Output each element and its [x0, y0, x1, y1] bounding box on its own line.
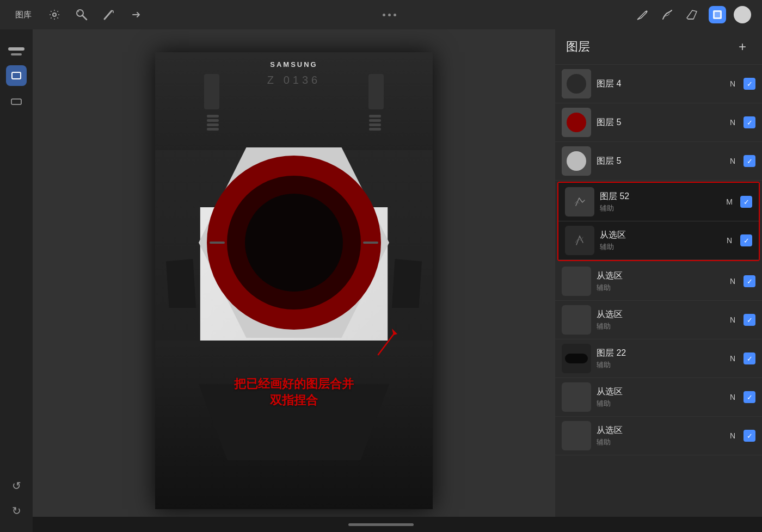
layers-add-button[interactable]: + [734, 38, 751, 55]
home-indicator[interactable] [348, 523, 414, 526]
layer-name-fromsel2: 从选区 [597, 270, 722, 282]
layer-name-fromsel5: 从选区 [597, 425, 722, 436]
layer-thumb-layer52 [565, 187, 594, 216]
layer-mode-fromsel1: N [724, 236, 735, 245]
brush-size-small [11, 53, 22, 55]
layer-item-fromsel2[interactable]: 从选区 辅助 N [555, 262, 762, 301]
layer-mode-layer5a: N [727, 118, 738, 127]
layer-mode-fromsel2: N [727, 277, 738, 286]
highlighted-layers-group: 图层 52 辅助 M 从选区 辅助 [557, 182, 760, 261]
layer-checkbox-layer52[interactable] [740, 196, 752, 208]
layer-thumb-fromsel3 [562, 305, 591, 335]
right-vent [392, 259, 422, 308]
canvas-area: SAMSUNG Z 0136 [33, 29, 555, 532]
layer-info-fromsel3: 从选区 辅助 [597, 309, 722, 331]
layer-info-layer4: 图层 4 [597, 78, 722, 90]
left-vent [166, 259, 196, 308]
wand-button[interactable] [73, 6, 90, 23]
settings-button[interactable] [46, 6, 63, 23]
layer-item-fromsel5[interactable]: 从选区 辅助 N [555, 417, 762, 455]
svg-rect-7 [12, 72, 21, 79]
layer-checkbox-layer4[interactable] [743, 78, 755, 90]
brush-size-large [8, 47, 24, 51]
layer-mode-fromsel4: N [727, 393, 738, 401]
brand-label: SAMSUNG [270, 60, 317, 69]
top-toolbar: 图库 [0, 0, 762, 29]
layer-checkbox-fromsel2[interactable] [743, 275, 755, 287]
active-tool[interactable] [6, 65, 27, 86]
layer-item-fromsel1[interactable]: 从选区 辅助 N [558, 221, 759, 260]
layer-name-layer5a: 图层 5 [597, 117, 722, 128]
layer-thumb-fromsel4 [562, 382, 591, 412]
layer-sub-fromsel5: 辅助 [597, 437, 722, 447]
layer-name-fromsel3: 从选区 [597, 309, 722, 320]
layer-info-layer5b: 图层 5 [597, 156, 722, 167]
layers-list: 图层 4 N 图层 5 N [555, 65, 762, 532]
left-button [204, 74, 219, 109]
arrow-button[interactable] [127, 6, 145, 23]
layer-mode-layer52: M [724, 197, 735, 206]
layer-item-layer5b[interactable]: 图层 5 N [555, 142, 762, 181]
redo-button[interactable]: ↻ [6, 500, 27, 521]
layer-info-fromsel4: 从选区 辅助 [597, 386, 722, 409]
gallery-button[interactable]: 图库 [11, 8, 36, 22]
layer-mode-layer5b: N [727, 157, 738, 165]
layer-checkbox-fromsel4[interactable] [743, 391, 755, 403]
right-button [368, 74, 384, 109]
layer-mode-fromsel5: N [727, 431, 738, 440]
layer-item-fromsel3[interactable]: 从选区 辅助 N [555, 301, 762, 339]
layer-item-layer4[interactable]: 图层 4 N [555, 65, 762, 103]
pen-tool-button[interactable] [634, 6, 651, 23]
arrow-indicator [362, 317, 405, 362]
layer-sub-fromsel1: 辅助 [600, 242, 718, 252]
layer-name-layer52: 图层 52 [600, 191, 718, 202]
layer-thumb-fromsel1 [565, 226, 594, 255]
undo-button[interactable]: ↺ [6, 475, 27, 496]
display-text: Z 0136 [267, 74, 321, 86]
bottom-bar [0, 517, 762, 532]
layer-name-fromsel1: 从选区 [600, 230, 718, 241]
layer-checkbox-layer5b[interactable] [743, 155, 755, 167]
layer-checkbox-layer22[interactable] [743, 352, 755, 364]
layer-thumb-fromsel2 [562, 267, 591, 296]
calligraphy-tool-button[interactable] [659, 6, 676, 23]
menu-dot-2 [388, 14, 391, 16]
eraser-tool-button[interactable] [684, 6, 701, 23]
user-avatar[interactable] [734, 6, 751, 23]
layer-checkbox-fromsel1[interactable] [740, 234, 752, 246]
layer-info-fromsel1: 从选区 辅助 [600, 230, 718, 252]
layer-item-layer5a[interactable]: 图层 5 N [555, 103, 762, 142]
brush-size-tool[interactable] [6, 40, 27, 61]
layers-panel: 图层 + 图层 4 N 图层 5 [555, 29, 762, 532]
svg-point-2 [77, 10, 83, 16]
layer-info-layer22: 图层 22 辅助 [597, 348, 722, 370]
left-sidebar: ↺ ↻ [0, 29, 33, 532]
svg-line-3 [78, 11, 79, 12]
layer-info-layer52: 图层 52 辅助 [600, 191, 718, 213]
toolbar-right [634, 6, 751, 23]
drawing-canvas[interactable]: SAMSUNG Z 0136 [155, 52, 433, 509]
shape-tool[interactable] [6, 90, 27, 111]
svg-rect-8 [11, 99, 21, 104]
toolbar-center [383, 14, 396, 16]
layers-title: 图层 [566, 39, 590, 55]
speaker-center-ring [199, 147, 389, 338]
layer-item-fromsel4[interactable]: 从选区 辅助 N [555, 378, 762, 417]
layer-checkbox-layer5a[interactable] [743, 116, 755, 128]
layer-checkbox-fromsel3[interactable] [743, 314, 755, 326]
speaker-bottom [155, 341, 433, 509]
layer-item-layer22[interactable]: 图层 22 辅助 N [555, 339, 762, 378]
layer-sub-fromsel2: 辅助 [597, 283, 722, 293]
layer-info-fromsel5: 从选区 辅助 [597, 425, 722, 447]
layers-tool-button[interactable] [709, 6, 726, 23]
layer-name-layer22: 图层 22 [597, 348, 722, 359]
layer-thumb-layer5a [562, 108, 591, 137]
layer-checkbox-fromsel5[interactable] [743, 430, 755, 442]
smudge-button[interactable] [100, 6, 118, 23]
menu-dot-3 [394, 14, 396, 16]
layers-header: 图层 + [555, 29, 762, 65]
layer-sub-layer22: 辅助 [597, 360, 722, 370]
layer-item-layer52[interactable]: 图层 52 辅助 M [558, 183, 759, 221]
speaker-base [199, 384, 389, 460]
small-controls-left [207, 115, 219, 131]
